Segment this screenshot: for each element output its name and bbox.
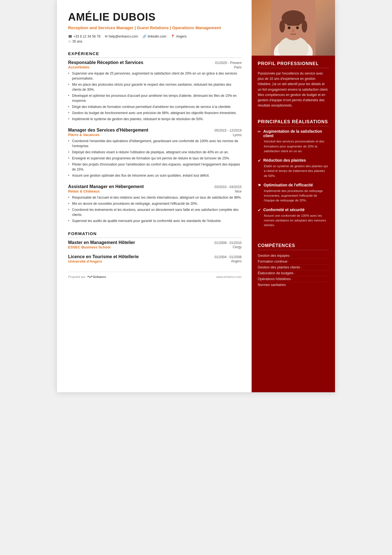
realisations-section-title: PRINCIPALES RÉALISATIONS: [258, 119, 329, 126]
page-footer: Propulsé par Enhancv www.enhancv.com: [68, 272, 242, 279]
svg-point-7: [302, 20, 307, 33]
linkedin-contact: 🔗 linkedin.com: [142, 34, 166, 38]
bullet: Développé et optimisé les processus d'ac…: [68, 93, 242, 103]
bullet: Gestion du budget de fonctionnement avec…: [68, 110, 242, 115]
exp-location-3: Nice: [235, 189, 242, 193]
bullet: Déployé des initiatives visant à réduire…: [68, 150, 242, 155]
profil-section: PROFIL PROFESSIONNEL Passionnée par l'ex…: [252, 56, 335, 108]
bullet: Supervisé les audits de qualité mensuels…: [68, 218, 242, 223]
realisation-desc-3: Implémenté des procédures de nettoyage i…: [258, 189, 329, 203]
exp-location-2: Lyons: [233, 133, 242, 137]
link-icon: 🔗: [142, 34, 147, 38]
competence-item: Élaboration de budgets ·: [258, 270, 329, 276]
candidate-name: AMÉLIE DUBOIS: [68, 11, 242, 23]
svg-point-5: [282, 10, 305, 26]
exp-company-1: AccorHotels: [68, 65, 90, 69]
location-contact: 📍 Angers: [171, 34, 187, 38]
edu-school-row-2: Université d'Angers Angers: [68, 259, 242, 263]
bullet: Coordonné les événements et les réunions…: [68, 207, 242, 217]
competences-section-title: COMPÉTENCES: [258, 243, 329, 250]
exp-bullets-3: Responsable de l'accueil et des relation…: [68, 195, 242, 223]
competence-item: Normes sanitaires: [258, 282, 329, 288]
candidate-photo: [252, 0, 335, 56]
exp-entry-2: Manager des Services d'Hébergement 05/20…: [68, 128, 242, 178]
exp-dates-2: 05/2015 - 12/2019: [215, 129, 242, 132]
exp-bullets-2: Coordonné l'ensemble des opérations d'hé…: [68, 139, 242, 178]
competences-section: COMPÉTENCES Gestion des équipes · Format…: [252, 238, 335, 288]
realisation-header-3: ⚑ Optimisation de l'efficacité: [258, 183, 329, 188]
realisation-icon-3: ⚑: [258, 183, 261, 188]
phone-contact: ☎ +33 6 12 34 56 78: [68, 34, 100, 38]
realisation-item-1: ✏ Augmentation de la satisfaction client…: [258, 129, 329, 154]
realisation-title-4: Conformité et sécurité: [263, 208, 305, 212]
email-contact: ✉ help@enhancv.com: [105, 34, 138, 38]
edu-dates-1: 01/2008 - 01/2010: [215, 241, 242, 245]
edu-degree-2: Licence en Tourisme et Hôtellerie: [68, 254, 139, 259]
realisation-title-3: Optimisation de l'efficacité: [264, 183, 313, 187]
contact-info: ☎ +33 6 12 34 56 78 ✉ help@enhancv.com 🔗…: [68, 34, 242, 38]
exp-title-3: Assistant Manager en Hébergement: [68, 184, 144, 189]
realisation-title-1: Augmentation de la satisfaction client: [263, 129, 329, 138]
bullet: Supervisé une équipe de 25 personnes, au…: [68, 71, 242, 81]
resume-page: AMÉLIE DUBOIS Reception and Services Man…: [57, 0, 335, 392]
edu-school-2: Université d'Angers: [68, 259, 102, 263]
competence-item: Formation continue ·: [258, 259, 329, 265]
exp-title-2: Manager des Services d'Hébergement: [68, 128, 148, 133]
exp-company-3: Relais & Châteaux: [68, 189, 100, 193]
bullet: Piloter des projets d'innovation pour l'…: [68, 162, 242, 172]
footer-brand: Propulsé par Enhancv: [68, 275, 106, 279]
bullet: Dirigé des initiatives de formation cont…: [68, 104, 242, 109]
realisation-icon-4: ✔: [258, 208, 261, 212]
realisation-icon-2: ✔: [258, 158, 261, 163]
realisation-desc-1: Introduit des services personnalisés et …: [258, 139, 329, 154]
age-info: ☆ 35 ans: [68, 40, 242, 43]
realisations-section: PRINCIPALES RÉALISATIONS ✏ Augmentation …: [252, 114, 335, 232]
edu-entry-2: Licence en Tourisme et Hôtellerie 01/200…: [68, 254, 242, 263]
realisation-icon-1: ✏: [258, 129, 261, 134]
realisation-desc-4: Assuré une conformité de 100% avec les n…: [258, 213, 329, 228]
realisation-header-1: ✏ Augmentation de la satisfaction client: [258, 129, 329, 138]
formation-section: FORMATION Master en Management Hôtelier …: [68, 231, 242, 263]
phone-icon: ☎: [68, 34, 72, 38]
exp-entry-1: Responsable Réception et Services 01/202…: [68, 60, 242, 122]
competences-list: Gestion des équipes · Formation continue…: [258, 253, 329, 288]
realisation-item-3: ⚑ Optimisation de l'efficacité Implément…: [258, 183, 329, 203]
profil-section-title: PROFIL PROFESSIONNEL: [258, 61, 329, 68]
edu-degree-1: Master en Management Hôtelier: [68, 240, 135, 245]
svg-point-6: [279, 20, 285, 33]
realisation-header-4: ✔ Conformité et sécurité: [258, 208, 329, 212]
competence-item: Opérations hôtelières ·: [258, 276, 329, 282]
bullet: Assuré une gestion optimale des flux de …: [68, 173, 242, 178]
exp-entry-3: Assistant Manager en Hébergement 03/2010…: [68, 184, 242, 223]
exp-company-row-1: AccorHotels Paris: [68, 65, 242, 69]
bullet: Mis en place des protocoles stricts pour…: [68, 82, 242, 92]
bullet: Enseigné et supervisé des programmes de …: [68, 156, 242, 161]
bullet: Mis en œuvre de nouvelles procédures de …: [68, 201, 242, 206]
realisation-desc-2: Établi un système de gestion des plainte…: [258, 164, 329, 178]
photo-container: [252, 0, 335, 56]
realisation-title-2: Réduction des plaintes: [263, 158, 306, 162]
experience-section: EXPÉRIENCE Responsable Réception et Serv…: [68, 51, 242, 223]
edu-header-2: Licence en Tourisme et Hôtellerie 01/200…: [68, 254, 242, 259]
exp-location-1: Paris: [234, 65, 242, 69]
candidate-title: Reception and Services Manager | Guest R…: [68, 25, 242, 31]
left-column: AMÉLIE DUBOIS Reception and Services Man…: [57, 0, 252, 392]
exp-dates-1: 01/2020 - Present: [215, 61, 242, 65]
location-icon: 📍: [171, 34, 175, 38]
edu-location-2: Angers: [231, 259, 242, 263]
edu-school-row-1: ESSEC Business School Cergy: [68, 245, 242, 249]
edu-header-1: Master en Management Hôtelier 01/2008 - …: [68, 240, 242, 245]
bullet: Responsable de l'accueil et des relation…: [68, 195, 242, 200]
formation-section-title: FORMATION: [68, 231, 242, 238]
svg-point-9: [296, 26, 299, 29]
edu-school-1: ESSEC Business School: [68, 245, 110, 249]
edu-location-1: Cergy: [233, 245, 242, 249]
edu-dates-2: 01/2004 - 01/2008: [215, 255, 242, 259]
right-column: PROFIL PROFESSIONNEL Passionnée par l'ex…: [252, 0, 335, 392]
profil-text: Passionnée par l'excellence du service a…: [258, 71, 329, 108]
enhancv-logo: Enhancv: [87, 275, 106, 279]
competence-item: Gestion des plaintes clients ·: [258, 265, 329, 270]
resume-header: AMÉLIE DUBOIS Reception and Services Man…: [68, 11, 242, 43]
exp-company-2: Pierre & Vacances: [68, 133, 100, 137]
star-icon: ☆: [68, 40, 71, 43]
